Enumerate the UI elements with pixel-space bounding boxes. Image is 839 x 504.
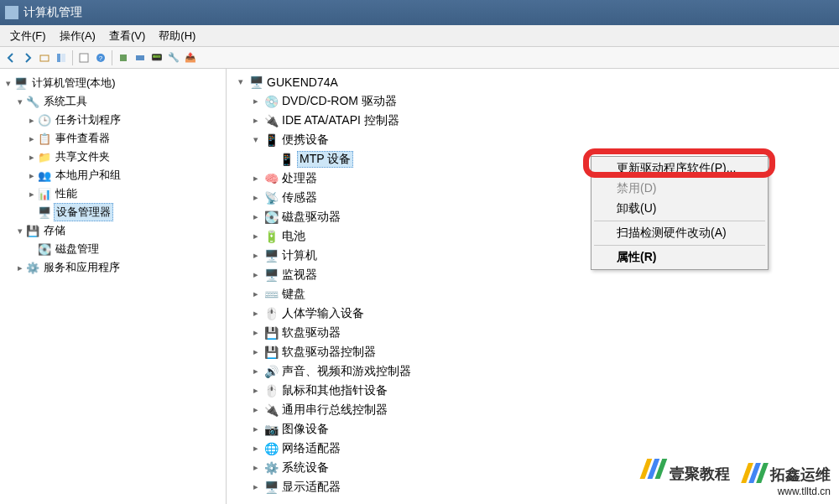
watermark-right: 拓鑫运维 www.tlltd.cn [744, 463, 831, 497]
device-icon: 🖱️ [262, 306, 280, 321]
ctx-properties[interactable]: 属性(R) [593, 247, 766, 268]
remove-button[interactable]: 📤 [183, 50, 198, 65]
expand-icon[interactable]: ▸ [250, 211, 262, 222]
watermark-text: 壹聚教程 [670, 465, 730, 482]
ctx-scan[interactable]: 扫描检测硬件改动(A) [593, 223, 766, 243]
device-label: 电池 [282, 229, 305, 244]
ctx-disable[interactable]: 禁用(D) [593, 179, 766, 199]
back-button[interactable] [3, 50, 18, 65]
tree-item[interactable]: ▸🕒任务计划程序 [3, 111, 222, 129]
menu-file[interactable]: 文件(F) [3, 26, 53, 46]
uninstall-button[interactable]: 🔧 [166, 50, 181, 65]
expand-icon[interactable]: ▸ [250, 404, 262, 415]
titlebar: 计算机管理 [0, 0, 839, 25]
storage-icon: 💾 [25, 224, 40, 237]
expand-icon[interactable]: ▸ [250, 308, 262, 319]
tree-item[interactable]: ▸📋事件查看器 [3, 129, 222, 148]
expand-icon[interactable]: ▸ [250, 443, 262, 454]
expand-icon[interactable]: ▸ [250, 269, 262, 280]
ctx-update-driver[interactable]: 更新驱动程序软件(P)... [593, 158, 766, 179]
device-tree[interactable]: ▾🖥️GUKEND74A ▸💿DVD/CD-ROM 驱动器▸🔌IDE ATA/A… [227, 69, 839, 504]
device-icon: 📡 [262, 190, 280, 205]
up-button[interactable] [37, 50, 52, 65]
device-label: MTP 设备 [297, 151, 353, 168]
device-icon: ⌨️ [262, 287, 280, 302]
device-root[interactable]: ▾🖥️GUKEND74A [227, 72, 839, 91]
window-title: 计算机管理 [23, 5, 82, 20]
toolbar: ? 📟 🔧 📤 [0, 47, 839, 69]
tree-item[interactable]: 💽磁盘管理 [3, 240, 222, 258]
menu-help[interactable]: 帮助(H) [152, 26, 202, 46]
expand-icon[interactable]: ▸ [250, 366, 262, 377]
menu-action[interactable]: 操作(A) [53, 26, 102, 46]
device-category[interactable]: ▸💾软盘驱动器 [227, 323, 839, 342]
device-category[interactable]: ▸🖱️鼠标和其他指针设备 [227, 381, 839, 400]
tree-label: 性能 [54, 185, 79, 202]
expand-icon[interactable]: ▸ [250, 250, 262, 261]
device-label: 系统设备 [282, 460, 329, 475]
expand-icon[interactable]: ▸ [27, 170, 37, 181]
prop-button[interactable] [76, 50, 91, 65]
expand-icon[interactable]: ▸ [250, 173, 262, 184]
expand-icon[interactable]: ▾ [250, 134, 262, 145]
expand-icon[interactable]: ▸ [250, 346, 262, 357]
expand-icon[interactable]: ▸ [250, 462, 262, 473]
expand-icon[interactable]: ▾ [15, 96, 25, 107]
device-category[interactable]: ▸🖱️人体学输入设备 [227, 304, 839, 323]
device-label: GUKEND74A [267, 75, 338, 89]
expand-icon[interactable]: ▸ [250, 231, 262, 242]
expand-icon[interactable]: ▸ [27, 115, 37, 126]
device-category[interactable]: ▸🔌IDE ATA/ATAPI 控制器 [227, 111, 839, 130]
device-category[interactable]: ▸⌨️键盘 [227, 284, 839, 304]
device-category[interactable]: ▸🔌通用串行总线控制器 [227, 400, 839, 419]
device-label: 软盘驱动器 [282, 325, 341, 340]
tree-item[interactable]: ▸📁共享文件夹 [3, 148, 222, 166]
expand-icon[interactable]: ▸ [250, 327, 262, 338]
device-category[interactable]: ▾📱便携设备 [227, 130, 839, 149]
tree-storage[interactable]: ▾💾存储 [3, 221, 222, 240]
expand-icon[interactable]: ▸ [15, 262, 25, 273]
left-tree[interactable]: ▾🖥️计算机管理(本地) ▾🔧系统工具 ▸🕒任务计划程序▸📋事件查看器▸📁共享文… [0, 69, 227, 504]
expand-icon[interactable]: ▸ [250, 423, 262, 434]
expand-icon[interactable]: ▾ [15, 226, 25, 236]
expand-icon[interactable]: ▾ [235, 76, 247, 87]
ctx-uninstall[interactable]: 卸载(U) [593, 199, 766, 219]
expand-icon[interactable]: ▸ [27, 152, 37, 163]
menu-view[interactable]: 查看(V) [102, 26, 152, 46]
forward-button[interactable] [20, 50, 35, 65]
refresh-button[interactable] [116, 50, 131, 65]
tree-item[interactable]: 🖥️设备管理器 [3, 203, 222, 221]
expand-icon[interactable]: ▸ [250, 115, 262, 126]
device-category[interactable]: ▸📷图像设备 [227, 419, 839, 439]
expand-icon[interactable]: ▸ [250, 192, 262, 203]
tree-root[interactable]: ▾🖥️计算机管理(本地) [3, 74, 222, 92]
device-icon: 🖥️ [262, 268, 280, 283]
svg-text:?: ? [99, 55, 103, 62]
tree-services[interactable]: ▸⚙️服务和应用程序 [3, 258, 222, 277]
svg-rect-1 [57, 54, 60, 62]
tree-systools[interactable]: ▾🔧系统工具 [3, 92, 222, 111]
expand-icon[interactable]: ▸ [250, 96, 262, 107]
computer-icon: 🖥️ [247, 75, 265, 90]
expand-icon[interactable]: ▸ [250, 385, 262, 396]
tree-item[interactable]: ▸📊性能 [3, 184, 222, 203]
app-icon [5, 6, 18, 19]
device-category[interactable]: ▸💾软盘驱动器控制器 [227, 342, 839, 361]
tree-item[interactable]: ▸👥本地用户和组 [3, 166, 222, 184]
device-icon: 💽 [262, 210, 280, 225]
expand-icon[interactable]: ▸ [250, 288, 262, 299]
expand-icon[interactable]: ▾ [3, 78, 13, 89]
expand-icon[interactable]: ▸ [27, 189, 37, 200]
device-category[interactable]: ▸🌐网络适配器 [227, 439, 839, 458]
menubar: 文件(F) 操作(A) 查看(V) 帮助(H) [0, 25, 839, 47]
help-button[interactable]: ? [93, 50, 108, 65]
device-icon: 📱 [277, 152, 295, 167]
expand-icon[interactable]: ▸ [250, 481, 262, 492]
svg-rect-6 [120, 55, 127, 61]
show-hide-button[interactable] [54, 50, 69, 65]
enable-button[interactable]: 📟 [149, 50, 164, 65]
expand-icon[interactable]: ▸ [27, 133, 37, 144]
device-category[interactable]: ▸💿DVD/CD-ROM 驱动器 [227, 91, 839, 111]
scan-button[interactable] [133, 50, 148, 65]
device-category[interactable]: ▸🔊声音、视频和游戏控制器 [227, 361, 839, 381]
